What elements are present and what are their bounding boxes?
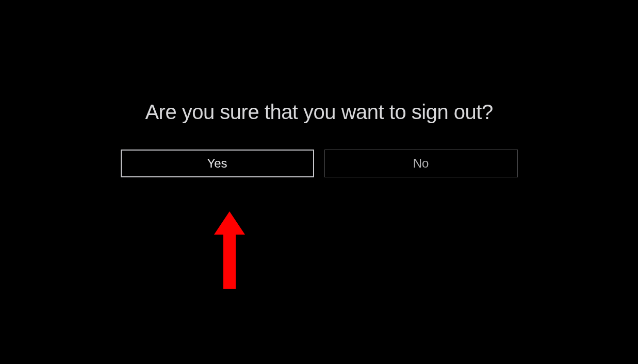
button-row: Yes No	[121, 150, 518, 177]
annotation-arrow-icon	[209, 206, 250, 299]
signout-confirmation-dialog: Are you sure that you want to sign out? …	[82, 101, 557, 177]
no-button[interactable]: No	[324, 150, 518, 177]
yes-button[interactable]: Yes	[121, 150, 314, 177]
dialog-title: Are you sure that you want to sign out?	[145, 101, 493, 124]
